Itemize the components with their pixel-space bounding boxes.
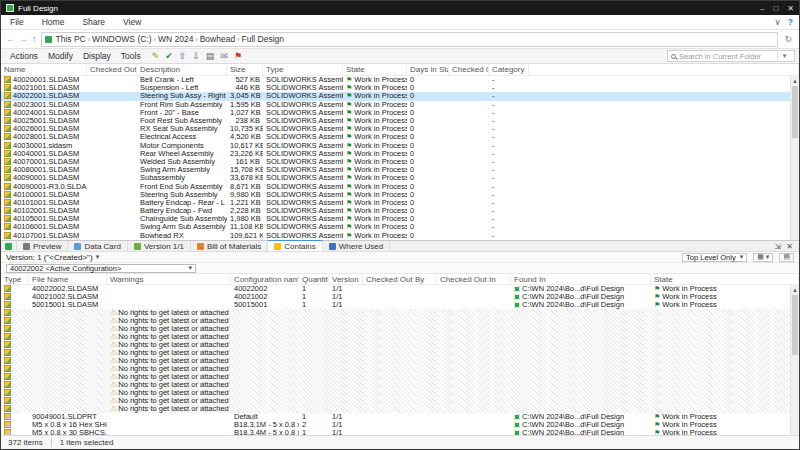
scroll-up-icon[interactable]: ▲ [791,76,799,85]
column-header-size[interactable]: Size [227,64,263,75]
undo-check-out-icon[interactable]: ⇧ [179,52,187,61]
file-row[interactable]: 40102001.SLDASMBattery Endcap - Fwd2,228… [1,207,799,215]
check-in-icon[interactable]: ✔ [165,52,173,61]
contains-row[interactable]: ⚠No rights to get latest or attached ver… [1,365,799,373]
top-level-dropdown[interactable]: Top Level Only ▾ [682,253,747,262]
forward-icon[interactable]: → [19,34,28,44]
column-header-found-in[interactable]: Found In [511,274,651,284]
contains-row[interactable]: M5 x 0.8 x 30 SBHCS.sldprtB18.3.4M - 5 x… [1,429,799,435]
contains-row[interactable]: ⚠No rights to get latest or attached ver… [1,373,799,381]
file-row[interactable]: 40024001.SLDASMFront - 20" - Base1,027 K… [1,109,799,117]
column-header-version[interactable]: Version [329,274,363,284]
tab-contains[interactable]: Contains [268,240,323,251]
file-row[interactable]: 40040001.SLDASMRear Wheel Assembly23,226… [1,150,799,158]
contains-row[interactable]: ⚠No rights to get latest or attached ver… [1,389,799,397]
breadcrumb[interactable]: This PC›WINDOWS (C:)›WN 2024›Bowhead›Ful… [41,32,779,47]
scroll-up-icon[interactable]: ▲ [791,285,799,294]
version-selector[interactable]: Version: 1 ("<Created>") [6,253,93,262]
column-header-checked-out-by[interactable]: Checked Out By [87,64,137,75]
scrollbar-thumb[interactable] [792,86,798,138]
contains-row[interactable]: ⚠No rights to get latest or attached ver… [1,381,799,389]
file-row[interactable]: 40070001.SLDASMWelded Sub Assembly161 KB… [1,158,799,166]
column-header-days-in-state[interactable]: Days in State [407,64,449,75]
tab-data-card[interactable]: Data Card [68,241,127,251]
version-chevron-icon[interactable]: ▾ [96,253,100,261]
column-header-description[interactable]: Description [137,64,227,75]
file-row[interactable]: 40106001.SLDASMSwing Arm Sub Assembly11,… [1,223,799,231]
contains-row[interactable]: ⚠No rights to get latest or attached ver… [1,357,799,365]
contains-row[interactable]: ⚠No rights to get latest or attached ver… [1,317,799,325]
tab-where-used[interactable]: Where Used [323,241,390,251]
column-header-state[interactable]: State [343,64,407,75]
column-header-quantity[interactable]: Quantity [299,274,329,284]
tab-version-1-1[interactable]: Version 1/1 [128,241,191,251]
tab-bill-of-materials[interactable]: Bill of Materials [191,241,268,251]
column-header-checked-out-in[interactable]: Checked Out In [437,274,511,284]
file-row[interactable]: 40030001.sldasmMotor Components10,617 KB… [1,142,799,150]
menu-modify[interactable]: Modify [43,51,78,61]
column-header-file-name[interactable]: File Name [29,274,107,284]
tab-preview[interactable]: Preview [17,241,68,251]
column-header-category[interactable]: Category [489,64,529,75]
ribbon-tab-view[interactable]: View [114,15,150,29]
maximize-button[interactable]: □ [773,4,778,13]
column-header-warnings[interactable]: Warnings [107,274,231,284]
file-row[interactable]: 40080001.SLDASMSwing Arm Assembly15,708 … [1,166,799,174]
column-header-type[interactable]: Type [1,274,29,284]
workflow-flag-icon[interactable]: ⚑ [234,52,242,61]
contains-row[interactable]: M5 x 0.8 x 16 Hex SHCS.sld...B18.3.1M - … [1,421,799,429]
help-icon[interactable]: ? [788,17,793,27]
panel-close-icon[interactable]: ✕ [786,242,793,251]
file-row[interactable]: 40107001.SLDASMBowhead RX109,621 KBSOLID… [1,232,799,240]
file-row[interactable]: 40100001.SLDASMSteering Sub Assembly9,98… [1,191,799,199]
file-row[interactable]: 40026001.SLDASMRX Seat Sub Assembly10,73… [1,125,799,133]
ribbon-tab-file[interactable]: File [1,15,33,29]
scrollbar-thumb[interactable] [792,295,798,355]
column-header-type[interactable]: Type [263,64,343,75]
bom-layout-button[interactable]: ▦▾ [753,253,773,262]
save-table-button[interactable]: ▤ [779,253,794,262]
ribbon-tab-share[interactable]: Share [73,15,114,29]
contains-row[interactable]: 40021002.SLDASM4002100211/1C:\WN 2024\Bo… [1,293,799,301]
contains-scrollbar[interactable]: ▲ [790,285,799,435]
menu-display[interactable]: Display [78,51,116,61]
column-header-checked-out-in[interactable]: Checked Out In [449,64,489,75]
menu-tools[interactable]: Tools [116,51,146,61]
close-button[interactable]: ✕ [787,4,794,13]
contains-row[interactable]: 50015001.SLDASM5001500111/1C:\WN 2024\Bo… [1,301,799,309]
file-list-scrollbar[interactable]: ▲ [790,76,799,240]
ribbon-tab-home[interactable]: Home [33,15,74,29]
breadcrumb-item[interactable]: Full Design [240,34,287,44]
get-latest-icon[interactable]: ⇩ [192,52,200,61]
file-row[interactable]: 40025001.SLDASMFoot Rest Sub Assembly238… [1,117,799,125]
refresh-icon[interactable]: ↻ [782,34,794,44]
minimize-button[interactable]: – [760,4,764,13]
notify-icon[interactable]: ✉ [220,52,228,61]
configuration-dropdown[interactable]: 40022002 <Active Configuration> ▾ [6,264,196,273]
breadcrumb-item[interactable]: WN 2024 [156,34,195,44]
breadcrumb-item[interactable]: Bowhead [198,34,237,44]
file-row[interactable]: 40020001.SLDASMBell Crank - Left527 KBSO… [1,76,799,84]
column-header-state[interactable]: State [651,274,799,284]
back-icon[interactable]: ← [6,34,15,44]
file-row[interactable]: 40023001.SLDASMFront Rim Sub Assembly1,5… [1,101,799,109]
contains-row[interactable]: ⚠No rights to get latest or attached ver… [1,325,799,333]
file-row[interactable]: 40022001.SLDASMSteering Sub Assy - Right… [1,92,799,100]
contains-row[interactable]: ⚠No rights to get latest or attached ver… [1,341,799,349]
contains-row[interactable]: 90049001.SLDPRTDefault11/1C:\WN 2024\Bo.… [1,413,799,421]
file-row[interactable]: 40105001.SLDASMChainguide Sub Assembly1,… [1,215,799,223]
contains-row[interactable]: ⚠No rights to get latest or attached ver… [1,333,799,341]
breadcrumb-item[interactable]: This PC [54,34,88,44]
file-row[interactable]: 40028001.SLDASMElectrical Access4,520 KB… [1,133,799,141]
search-dropdown-icon[interactable]: ▾ [777,50,791,62]
contains-row[interactable]: ⚠No rights to get latest or attached ver… [1,349,799,357]
menu-actions[interactable]: Actions [5,51,43,61]
contains-row[interactable]: ⚠No rights to get latest or attached ver… [1,309,799,317]
contains-row[interactable]: ⚠No rights to get latest or attached ver… [1,397,799,405]
file-row[interactable]: 40101001.SLDASMBattery Endcap - Rear - L… [1,199,799,207]
contains-row[interactable]: ⚠No rights to get latest or attached ver… [1,405,799,413]
search-input[interactable]: Search in Current Folder ▾ [667,50,795,62]
column-header-configuration-name[interactable]: Configuration name [231,274,299,284]
ribbon-collapse-icon[interactable]: ∨ [775,17,781,27]
up-icon[interactable]: ↑ [32,34,37,44]
